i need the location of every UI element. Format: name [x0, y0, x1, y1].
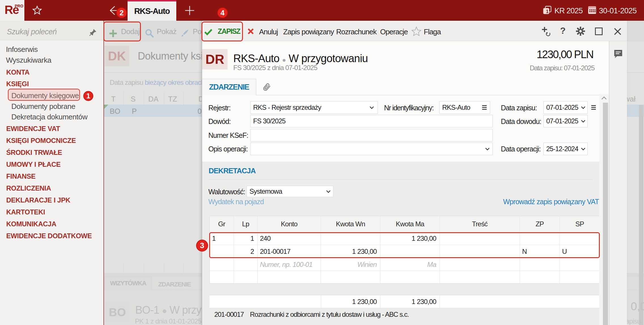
- svg-text:1: 1: [546, 9, 548, 14]
